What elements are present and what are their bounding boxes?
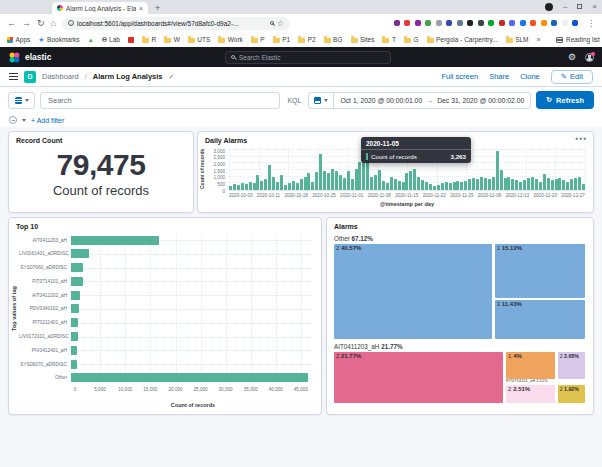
add-filter-button[interactable]: + Add filter [31, 117, 64, 124]
top10-bar[interactable] [71, 304, 79, 313]
daily-bar[interactable] [315, 172, 318, 190]
daily-bar[interactable] [480, 177, 483, 190]
user-avatar[interactable] [585, 53, 594, 62]
daily-bar[interactable] [488, 179, 491, 190]
bookmark-item[interactable]: Work [218, 36, 243, 43]
extension-icon[interactable] [530, 20, 536, 26]
search-input[interactable] [40, 92, 280, 109]
top10-bar[interactable] [71, 277, 83, 286]
extension-icon[interactable] [394, 20, 400, 26]
daily-bar[interactable] [284, 185, 287, 190]
bookmark-item[interactable]: W [164, 36, 180, 43]
home-icon[interactable]: ⌂ [51, 19, 56, 28]
extension-icon[interactable] [415, 20, 421, 26]
daily-bar[interactable] [382, 181, 385, 190]
daily-bar[interactable] [288, 183, 291, 190]
daily-bar[interactable] [566, 182, 569, 190]
daily-bar[interactable] [335, 171, 338, 190]
browser-tab[interactable]: Alarm Log Analysis - Elastic × [52, 2, 148, 14]
daily-bar[interactable] [460, 182, 463, 190]
daily-bar[interactable] [539, 182, 542, 190]
daily-bar[interactable] [496, 151, 499, 190]
daily-bar[interactable] [327, 173, 330, 190]
daily-bar[interactable] [296, 183, 299, 190]
bookmark-item[interactable]: R [142, 36, 156, 43]
daily-bar[interactable] [449, 183, 452, 190]
bookmark-item[interactable]: Pergola - Carpentry... [427, 36, 498, 43]
top10-bar[interactable] [71, 291, 80, 300]
daily-bar[interactable] [578, 177, 581, 190]
daily-bar[interactable] [378, 170, 381, 190]
daily-bar[interactable] [264, 179, 267, 190]
daily-bar[interactable] [249, 182, 252, 190]
daily-bar[interactable] [260, 181, 263, 190]
refresh-button[interactable]: ↻ Refresh [536, 91, 594, 109]
daily-bar[interactable] [394, 179, 397, 190]
daily-bar[interactable] [453, 182, 456, 190]
daily-bar[interactable] [456, 181, 459, 190]
calendar-menu-button[interactable] [309, 93, 334, 108]
daily-bar[interactable] [386, 183, 389, 190]
treemap-tile[interactable]: 1 15.12% [495, 244, 585, 298]
treemap-tile[interactable]: 3 11.43% [495, 300, 585, 339]
nav-link[interactable]: Full screen [441, 72, 478, 81]
treemap-tile[interactable]: 2 21.77% [334, 352, 503, 403]
extension-icon[interactable] [436, 20, 442, 26]
daily-bar[interactable] [562, 180, 565, 190]
treemap-tile[interactable]: 2 2.51% [506, 385, 555, 403]
daily-bar[interactable] [390, 177, 393, 190]
daily-bar[interactable] [543, 174, 546, 190]
daily-bar[interactable] [582, 184, 585, 190]
top10-bar[interactable] [71, 249, 89, 258]
bookmark-item[interactable]: Apps [7, 36, 30, 43]
daily-bar[interactable] [433, 186, 436, 190]
daily-bar[interactable] [476, 179, 479, 190]
daily-bar[interactable] [464, 181, 467, 190]
reading-list-button[interactable]: Reading list [556, 36, 599, 43]
url-field[interactable]: i localhost:5601/app/dashboards#/view/57… [62, 17, 290, 30]
extension-icon[interactable] [499, 20, 505, 26]
daily-bar[interactable] [370, 177, 373, 190]
daily-bar[interactable] [402, 182, 405, 190]
extension-icon[interactable] [541, 20, 547, 26]
bookmark-item[interactable]: P2 [298, 36, 315, 43]
top10-bar[interactable] [71, 318, 78, 327]
daily-bar[interactable] [484, 178, 487, 190]
daily-bar[interactable] [535, 179, 538, 190]
top10-bar[interactable] [71, 332, 78, 341]
daily-bar[interactable] [429, 184, 432, 190]
daily-bar[interactable] [492, 177, 495, 190]
daily-bar[interactable] [355, 169, 358, 190]
daily-bar[interactable] [398, 181, 401, 190]
daily-bar[interactable] [241, 183, 244, 190]
top10-bar[interactable] [71, 360, 77, 369]
daily-bar[interactable] [511, 179, 514, 190]
bookmark-item[interactable]: Sites [351, 36, 375, 43]
daily-bar[interactable] [417, 177, 420, 190]
filter-icon[interactable] [9, 116, 17, 124]
bookmark-star-icon[interactable]: ☆ [277, 19, 284, 28]
daily-bar[interactable] [331, 169, 334, 190]
date-to[interactable]: Dec 31, 2020 @ 00:00:02.00 [437, 97, 524, 104]
extension-icon[interactable] [425, 20, 431, 26]
tab-close-icon[interactable]: × [139, 5, 143, 12]
treemap-tile[interactable]: 2 40.57% [334, 244, 492, 339]
daily-bar[interactable] [351, 179, 354, 190]
daily-bar[interactable] [445, 182, 448, 190]
daily-bar[interactable] [311, 182, 314, 190]
top10-bar[interactable] [71, 263, 83, 272]
extension-icon[interactable] [562, 20, 568, 26]
reload-icon[interactable]: ↻ [37, 19, 45, 28]
overflow-chevrons-icon[interactable]: » [537, 36, 541, 43]
daily-bar[interactable] [300, 179, 303, 190]
bookmark-item[interactable]: UTS [188, 36, 211, 43]
nav-link[interactable]: Clone [520, 72, 540, 81]
daily-bar[interactable] [358, 162, 361, 190]
daily-bar[interactable] [527, 178, 530, 190]
minimize-button[interactable]: – [563, 2, 567, 11]
bookmark-item[interactable]: ★Bookmarks [38, 36, 79, 43]
daily-bar[interactable] [472, 178, 475, 190]
extension-icon[interactable] [488, 20, 494, 26]
global-search-input[interactable]: Search Elastic [225, 51, 391, 64]
back-icon[interactable]: ← [7, 19, 16, 28]
